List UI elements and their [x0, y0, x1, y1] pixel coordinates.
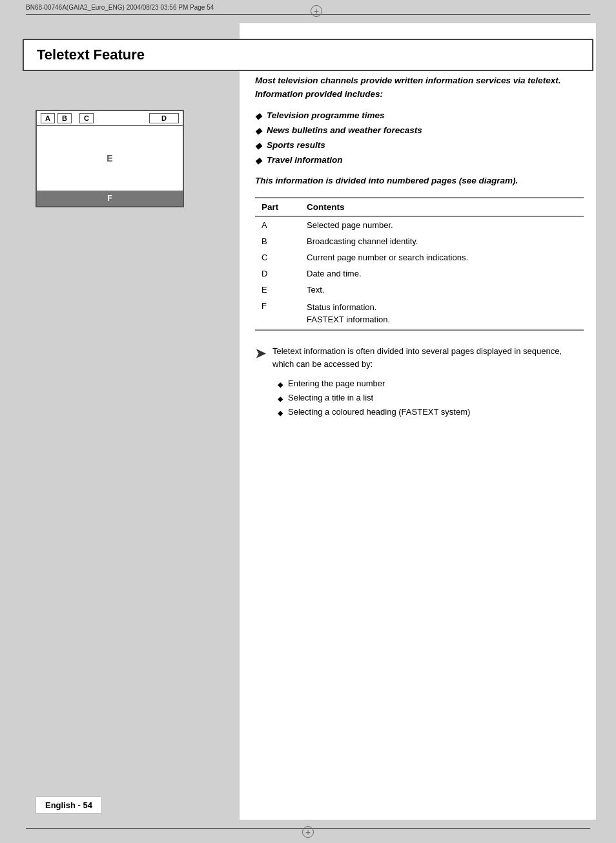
cell-content: Current page number or search indication… [300, 249, 584, 265]
table-row: D Date and time. [255, 265, 584, 282]
teletext-diagram: A B C D E F [36, 110, 184, 207]
parts-table: Part Contents A Selected page number. B … [255, 197, 584, 331]
note-text: Teletext information is often divided in… [272, 345, 584, 371]
table-row: F Status information.FASTEXT information… [255, 298, 584, 330]
cell-part: D [255, 265, 300, 282]
note-list-item: ◆ Entering the page number [278, 379, 584, 389]
cell-part: E [255, 282, 300, 298]
list-item: ◆ Television programme times [255, 110, 584, 121]
reg-mark-bottom: + [302, 826, 314, 838]
diagram-top-row: A B C D [37, 111, 183, 126]
table-row: C Current page number or search indicati… [255, 249, 584, 265]
page-title: Teletext Feature [37, 47, 579, 63]
note-section: ➤ Teletext information is often divided … [255, 345, 584, 371]
diagram-part-a: A [41, 113, 55, 123]
page-number: English - 54 [45, 800, 92, 810]
col-header-contents: Contents [300, 198, 584, 216]
diagram-note: This information is divided into numbere… [255, 176, 584, 185]
diagram-part-d: D [149, 113, 179, 123]
cell-content: Selected page number. [300, 216, 584, 233]
arrow-icon: ➤ [255, 345, 266, 362]
diamond-icon-2: ◆ [255, 126, 262, 136]
table-row: A Selected page number. [255, 216, 584, 233]
cell-content: Broadcasting channel identity. [300, 233, 584, 249]
top-line [26, 14, 590, 15]
diagram-part-c: C [79, 113, 94, 123]
diagram-part-f-area: F [37, 191, 183, 206]
feature-list: ◆ Television programme times ◆ News bull… [255, 110, 584, 165]
top-bar: BN68-00746A(GAIA2_Euro_ENG) 2004/08/23 0… [26, 4, 590, 11]
page-footer: English - 54 [36, 796, 102, 814]
diamond-note-icon-2: ◆ [278, 395, 283, 403]
diamond-note-icon-1: ◆ [278, 380, 283, 389]
diamond-icon-4: ◆ [255, 156, 262, 165]
diagram-part-b: B [57, 113, 72, 123]
table-row: E Text. [255, 282, 584, 298]
intro-text: Most television channels provide written… [255, 74, 584, 101]
right-content: Most television channels provide written… [255, 74, 584, 421]
note-list-item: ◆ Selecting a coloured heading (FASTEXT … [278, 407, 584, 417]
list-item: ◆ Sports results [255, 140, 584, 151]
list-item: ◆ Travel information [255, 155, 584, 165]
list-item: ◆ News bulletins and weather forecasts [255, 125, 584, 136]
diagram-e-label: E [107, 153, 112, 163]
cell-part: A [255, 216, 300, 233]
cell-part: F [255, 298, 300, 330]
cell-content: Status information.FASTEXT information. [300, 298, 584, 330]
diamond-icon-1: ◆ [255, 111, 262, 121]
cell-part: C [255, 249, 300, 265]
table-row: B Broadcasting channel identity. [255, 233, 584, 249]
reg-mark-top: + [311, 5, 322, 17]
note-list-item: ◆ Selecting a title in a list [278, 393, 584, 403]
note-bullet-list: ◆ Entering the page number ◆ Selecting a… [278, 379, 584, 417]
cell-content: Text. [300, 282, 584, 298]
diamond-icon-3: ◆ [255, 141, 262, 151]
title-bar: Teletext Feature [23, 39, 593, 71]
col-header-part: Part [255, 198, 300, 216]
diamond-note-icon-3: ◆ [278, 409, 283, 417]
diagram-part-e-area: E [37, 126, 183, 191]
cell-content: Date and time. [300, 265, 584, 282]
cell-part: B [255, 233, 300, 249]
file-info: BN68-00746A(GAIA2_Euro_ENG) 2004/08/23 0… [26, 4, 214, 11]
diagram-f-label: F [107, 194, 112, 203]
